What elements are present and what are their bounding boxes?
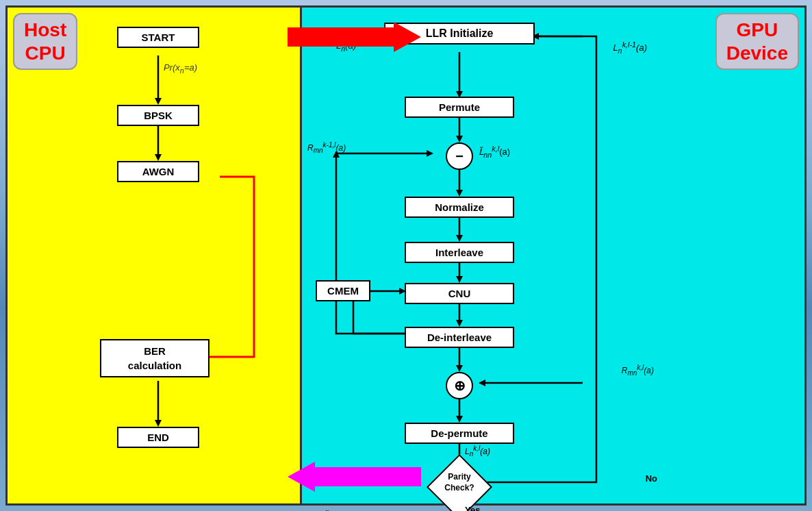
gpu-arrows bbox=[302, 8, 804, 503]
end-box: END bbox=[117, 427, 199, 448]
svg-marker-27 bbox=[456, 365, 463, 372]
parity-check-label: ParityCheck? bbox=[433, 472, 485, 493]
circle-plus: ⊕ bbox=[446, 372, 473, 399]
svg-marker-23 bbox=[456, 276, 463, 283]
pr-label: Pr(xn=a) bbox=[164, 62, 197, 75]
normalize-box: Normalize bbox=[405, 197, 514, 218]
parity-no-label: No bbox=[646, 473, 657, 484]
svg-marker-21 bbox=[456, 235, 463, 242]
cmem-box: CMEM bbox=[316, 280, 370, 301]
main-container: HostCPU bbox=[5, 5, 807, 506]
start-box: START bbox=[117, 27, 199, 48]
awgn-box: AWGN bbox=[117, 161, 199, 182]
svg-marker-41 bbox=[288, 462, 421, 492]
host-to-gpu-arrow bbox=[288, 22, 421, 52]
svg-marker-15 bbox=[456, 136, 463, 142]
cnu-box: CNU bbox=[405, 283, 514, 304]
svg-marker-31 bbox=[456, 416, 463, 423]
svg-marker-1 bbox=[155, 98, 162, 105]
gpu-device-label: GPUDevice bbox=[715, 13, 799, 70]
deinterleave-box: De-interleave bbox=[405, 327, 514, 348]
ln-kl-label: Lnk,l(a) bbox=[465, 445, 490, 458]
ber-box: BERcalculation bbox=[100, 339, 210, 377]
parity-yes-label: Yes bbox=[465, 505, 480, 511]
bpsk-box: BPSK bbox=[117, 105, 199, 126]
depermute-box: De-permute bbox=[405, 423, 514, 444]
host-cpu-label: HostCPU bbox=[13, 13, 77, 70]
svg-marker-40 bbox=[288, 22, 421, 52]
permute-box: Permute bbox=[405, 97, 514, 118]
gpu-device-panel: GPUDevice bbox=[302, 8, 804, 503]
svg-marker-17 bbox=[427, 150, 433, 157]
gpu-to-host-arrow bbox=[288, 462, 421, 492]
host-cpu-panel: HostCPU bbox=[8, 8, 302, 503]
svg-marker-19 bbox=[456, 190, 463, 197]
svg-marker-29 bbox=[479, 379, 485, 386]
l-tilde-label: L̃nnk,l(a) bbox=[479, 145, 510, 159]
interleave-box: Interleave bbox=[405, 242, 514, 263]
svg-marker-25 bbox=[456, 320, 463, 327]
circle-minus: − bbox=[446, 142, 473, 170]
rmn-k1l-label: Rmnk-1,l(a) bbox=[307, 141, 346, 154]
rmn-kl-label: Rmnk,l(a) bbox=[622, 364, 654, 377]
ln-kl1-label: Lnk,l-1(a) bbox=[613, 40, 647, 55]
svg-marker-3 bbox=[155, 154, 162, 161]
svg-marker-7 bbox=[155, 420, 162, 427]
